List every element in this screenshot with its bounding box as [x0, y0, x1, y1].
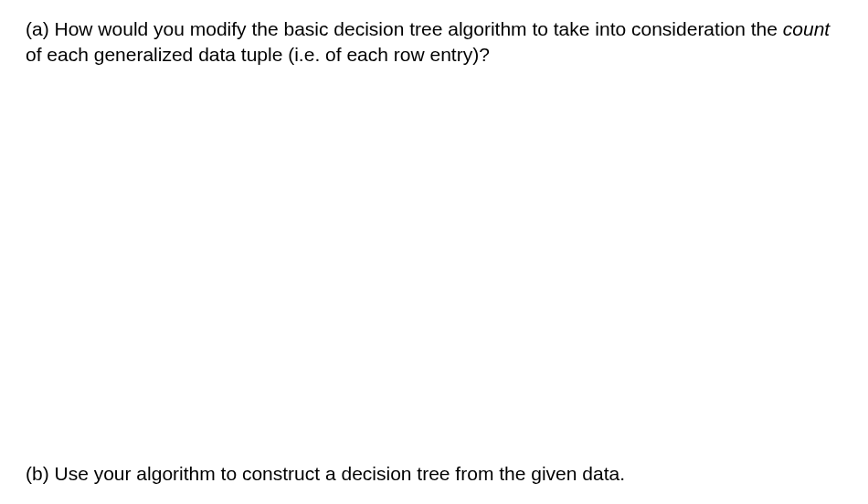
question-a-text-part2: of each generalized data tuple (i.e. of … — [26, 44, 490, 65]
question-b-text: Use your algorithm to construct a decisi… — [49, 463, 625, 484]
question-a-text-part1: How would you modify the basic decision … — [49, 18, 783, 39]
question-a: (a) How would you modify the basic decis… — [26, 16, 842, 68]
question-b: (b) Use your algorithm to construct a de… — [26, 461, 842, 487]
question-a-label: (a) — [26, 18, 49, 39]
question-a-italic: count — [783, 18, 830, 39]
question-b-label: (b) — [26, 463, 49, 484]
